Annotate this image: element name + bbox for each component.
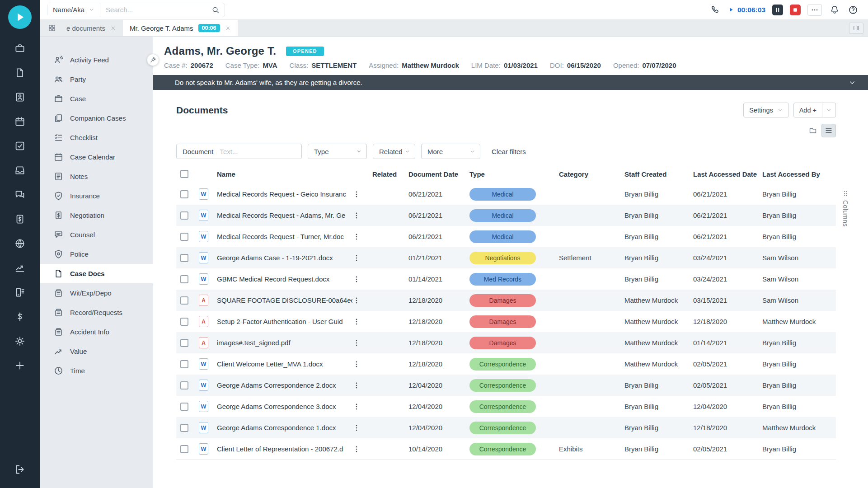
rail-billing-button[interactable] bbox=[9, 305, 30, 329]
rail-tasks-button[interactable] bbox=[9, 134, 30, 158]
row-menu-button[interactable] bbox=[352, 190, 361, 198]
document-name-link[interactable]: images#.test_signed.pdf bbox=[217, 339, 352, 347]
select-all-checkbox[interactable] bbox=[180, 170, 188, 178]
add-menu-button[interactable] bbox=[822, 103, 836, 117]
more-filter-select[interactable]: More bbox=[421, 144, 480, 159]
sidebar-item[interactable]: Party bbox=[40, 70, 153, 89]
row-checkbox[interactable] bbox=[180, 233, 188, 241]
row-checkbox[interactable] bbox=[180, 318, 188, 326]
rail-contacts-button[interactable] bbox=[9, 85, 30, 109]
sidebar-pin-button[interactable] bbox=[147, 54, 159, 66]
rail-reports-button[interactable] bbox=[9, 256, 30, 280]
table-row[interactable]: Client Welcome Letter_MVA 1.docx 12/18/2… bbox=[176, 353, 836, 375]
sidebar-item[interactable]: Activity Feed bbox=[40, 50, 153, 70]
search-button[interactable] bbox=[206, 3, 225, 17]
document-name-link[interactable]: George Adams Correspondence 3.docx bbox=[217, 403, 352, 410]
sidebar-item[interactable]: Case Docs bbox=[40, 264, 153, 283]
notifications-button[interactable] bbox=[829, 4, 840, 16]
pause-button[interactable] bbox=[772, 5, 783, 15]
sidebar-item[interactable]: Police bbox=[40, 244, 153, 264]
folder-view-button[interactable] bbox=[806, 124, 820, 137]
tab-grid-button[interactable] bbox=[44, 20, 60, 36]
table-row[interactable]: George Adams Correspondence 1.docx 12/04… bbox=[176, 417, 836, 438]
panel-toggle-button[interactable] bbox=[849, 23, 863, 34]
document-text-filter-input[interactable] bbox=[215, 148, 301, 155]
chevron-down-icon[interactable] bbox=[848, 79, 856, 87]
row-menu-button[interactable] bbox=[352, 445, 361, 453]
row-checkbox[interactable] bbox=[180, 360, 188, 368]
document-name-link[interactable]: George Adams Correspondence 1.docx bbox=[217, 424, 352, 432]
related-filter-select[interactable]: Related bbox=[373, 144, 415, 159]
column-header-staff-created[interactable]: Staff Created bbox=[624, 170, 693, 178]
sidebar-item[interactable]: Counsel bbox=[40, 225, 153, 244]
column-header-type[interactable]: Type bbox=[469, 170, 559, 178]
sidebar-item[interactable]: Accident Info bbox=[40, 322, 153, 342]
row-checkbox[interactable] bbox=[180, 296, 188, 305]
list-view-button[interactable] bbox=[821, 124, 836, 137]
row-menu-button[interactable] bbox=[352, 211, 361, 220]
document-name-link[interactable]: Client Welcome Letter_MVA 1.docx bbox=[217, 360, 352, 368]
rail-messages-button[interactable] bbox=[9, 183, 30, 207]
row-checkbox[interactable] bbox=[180, 190, 188, 198]
close-icon[interactable] bbox=[225, 25, 231, 31]
table-row[interactable]: Client Letter of Representation - 200672… bbox=[176, 438, 836, 460]
row-checkbox[interactable] bbox=[180, 445, 188, 453]
rail-inbox-button[interactable] bbox=[9, 158, 30, 183]
row-checkbox[interactable] bbox=[180, 254, 188, 262]
document-name-link[interactable]: George Adams Correspondence 2.docx bbox=[217, 381, 352, 389]
rail-web-button[interactable] bbox=[9, 231, 30, 256]
row-menu-button[interactable] bbox=[352, 339, 361, 347]
column-header-last-accessed-by[interactable]: Last Accessed By bbox=[762, 170, 835, 178]
row-menu-button[interactable] bbox=[352, 424, 361, 432]
row-menu-button[interactable] bbox=[352, 360, 361, 368]
row-checkbox[interactable] bbox=[180, 275, 188, 283]
type-filter-select[interactable]: Type bbox=[308, 144, 367, 159]
table-row[interactable]: George Adams Correspondence 3.docx 12/04… bbox=[176, 396, 836, 417]
document-name-link[interactable]: GBMC Medical Record Request.docx bbox=[217, 275, 352, 283]
sidebar-item[interactable]: Notes bbox=[40, 167, 153, 186]
row-menu-button[interactable] bbox=[352, 381, 361, 389]
search-input[interactable] bbox=[100, 6, 206, 14]
row-menu-button[interactable] bbox=[352, 403, 361, 411]
table-row[interactable]: George Adams Correspondence 2.docx 12/04… bbox=[176, 375, 836, 396]
columns-handle[interactable]: Columns bbox=[842, 190, 849, 227]
sidebar-item[interactable]: Case bbox=[40, 89, 153, 108]
timer-play-icon[interactable] bbox=[727, 6, 734, 13]
document-name-link[interactable]: Setup 2-Factor Authentication - User Gui… bbox=[217, 318, 352, 325]
row-menu-button[interactable] bbox=[352, 275, 361, 283]
column-header-document-date[interactable]: Document Date bbox=[408, 170, 469, 178]
sidebar-item[interactable]: Insurance bbox=[40, 186, 153, 206]
column-header-related[interactable]: Related bbox=[372, 170, 408, 178]
rail-logout-button[interactable] bbox=[9, 457, 30, 482]
rail-settings-button[interactable] bbox=[9, 329, 30, 353]
column-header-category[interactable]: Category bbox=[559, 170, 624, 178]
document-name-link[interactable]: Medical Records Request - Turner, Mr.doc bbox=[217, 233, 352, 240]
document-name-link[interactable]: Client Letter of Representation - 200672… bbox=[217, 445, 352, 453]
close-icon[interactable] bbox=[110, 25, 116, 31]
help-button[interactable] bbox=[847, 4, 859, 16]
sidebar-item[interactable]: Wit/Exp/Depo bbox=[40, 283, 153, 303]
table-row[interactable]: Setup 2-Factor Authentication - User Gui… bbox=[176, 311, 836, 332]
sidebar-item[interactable]: Companion Cases bbox=[40, 108, 153, 128]
case-alert-banner[interactable]: Do not speak to Mr. Adams' wife, as they… bbox=[153, 75, 868, 90]
document-name-link[interactable]: SQUARE FOOTAGE DISCLOSURE-00a64ec bbox=[217, 296, 352, 304]
rail-documents-button[interactable] bbox=[9, 61, 30, 85]
document-name-link[interactable]: George Adams Case - 1-19-2021.docx bbox=[217, 254, 352, 262]
table-row[interactable]: GBMC Medical Record Request.docx 01/14/2… bbox=[176, 268, 836, 290]
row-menu-button[interactable] bbox=[352, 318, 361, 326]
column-header-name[interactable]: Name bbox=[217, 170, 352, 178]
stop-button[interactable] bbox=[790, 5, 801, 15]
rail-invoices-button[interactable] bbox=[9, 207, 30, 231]
more-actions-button[interactable] bbox=[807, 4, 822, 16]
rail-phonelog-button[interactable] bbox=[9, 280, 30, 305]
settings-button[interactable]: Settings bbox=[743, 103, 788, 117]
table-row[interactable]: SQUARE FOOTAGE DISCLOSURE-00a64ec 12/18/… bbox=[176, 290, 836, 311]
sidebar-item[interactable]: Case Calendar bbox=[40, 147, 153, 167]
document-name-link[interactable]: Medical Records Request - Adams, Mr. Ge bbox=[217, 211, 352, 219]
document-name-link[interactable]: Medical Records Request - Geico Insuranc bbox=[217, 190, 352, 198]
sidebar-item[interactable]: Checklist bbox=[40, 128, 153, 147]
row-checkbox[interactable] bbox=[180, 381, 188, 389]
rail-calendar-button[interactable] bbox=[9, 109, 30, 134]
rail-cases-button[interactable] bbox=[9, 36, 30, 61]
row-checkbox[interactable] bbox=[180, 424, 188, 432]
